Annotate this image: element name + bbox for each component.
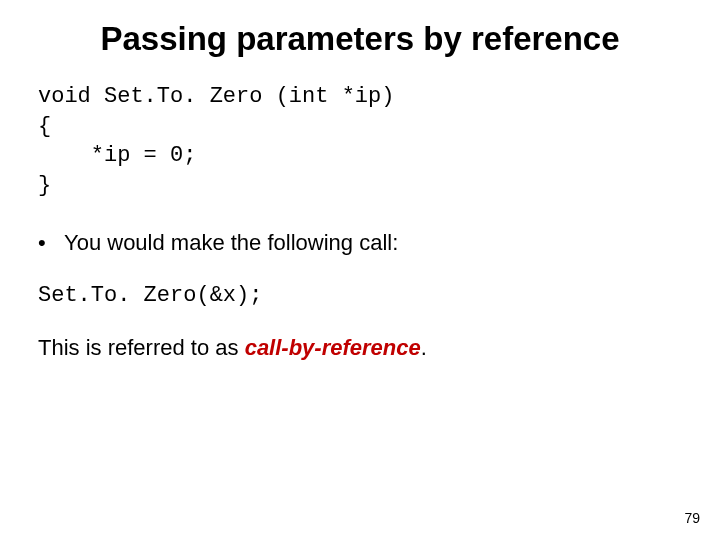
para-after: .: [421, 335, 427, 360]
code-line-2: {: [38, 114, 51, 139]
para-before: This is referred to as: [38, 335, 245, 360]
bullet-item: • You would make the following call:: [38, 229, 720, 258]
bullet-list: • You would make the following call:: [38, 229, 720, 258]
bullet-dot-icon: •: [38, 229, 64, 258]
code-line-1: void Set.To. Zero (int *ip): [38, 84, 394, 109]
code-line-4: }: [38, 173, 51, 198]
code-line-3: *ip = 0;: [38, 143, 196, 168]
page-number: 79: [684, 510, 700, 526]
code-block: void Set.To. Zero (int *ip) { *ip = 0; }: [38, 82, 720, 201]
call-code-line: Set.To. Zero(&x);: [38, 283, 720, 308]
closing-paragraph: This is referred to as call-by-reference…: [38, 334, 720, 363]
bullet-text: You would make the following call:: [64, 229, 398, 258]
emphasized-term: call-by-reference: [245, 335, 421, 360]
slide-title: Passing parameters by reference: [0, 0, 720, 58]
